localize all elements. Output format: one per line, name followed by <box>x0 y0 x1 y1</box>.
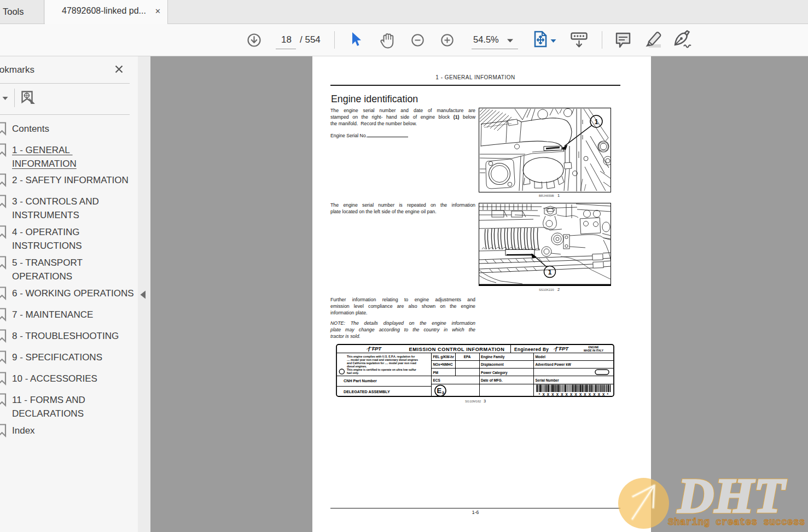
svg-text:ECS: ECS <box>433 378 441 382</box>
svg-text:Engine Family: Engine Family <box>481 355 505 359</box>
svg-text:Displacement: Displacement <box>481 363 504 367</box>
svg-text:FEL g/KW-hr: FEL g/KW-hr <box>433 355 455 359</box>
svg-text:EPA: EPA <box>464 355 471 359</box>
svg-text:fuel only.: fuel only. <box>347 371 359 375</box>
svg-text:DELEGATED ASSEMBLY: DELEGATED ASSEMBLY <box>344 389 390 394</box>
svg-text:MADE IN ITALY: MADE IN ITALY <box>584 349 604 352</box>
svg-text:ƒ: ƒ <box>555 346 558 352</box>
svg-text:PM: PM <box>433 371 439 375</box>
svg-text:Model: Model <box>536 355 546 359</box>
svg-text:FPT: FPT <box>372 346 382 352</box>
svg-text:Date of MFG.: Date of MFG. <box>481 378 503 382</box>
svg-text:NOx+NMHC: NOx+NMHC <box>433 363 453 366</box>
svg-text:E: E <box>437 387 442 395</box>
svg-text:1: 1 <box>548 268 552 276</box>
svg-text:EMISSION CONTROL INFORMATION: EMISSION CONTROL INFORMATION <box>409 347 505 352</box>
svg-text:* X X X X X X X X X X X X X X: * X X X X X X X X X X X X X X * <box>539 393 609 396</box>
svg-text:ƒ: ƒ <box>368 346 371 352</box>
svg-text:3: 3 <box>442 390 445 395</box>
svg-text:CNH Part Number: CNH Part Number <box>344 378 377 383</box>
svg-text:FPT: FPT <box>559 346 569 352</box>
svg-text:Advertised Power kW: Advertised Power kW <box>536 363 572 366</box>
svg-text:Power Category: Power Category <box>481 371 508 375</box>
svg-text:Engineered By: Engineered By <box>514 347 549 352</box>
svg-text:Serial Number: Serial Number <box>536 378 560 382</box>
